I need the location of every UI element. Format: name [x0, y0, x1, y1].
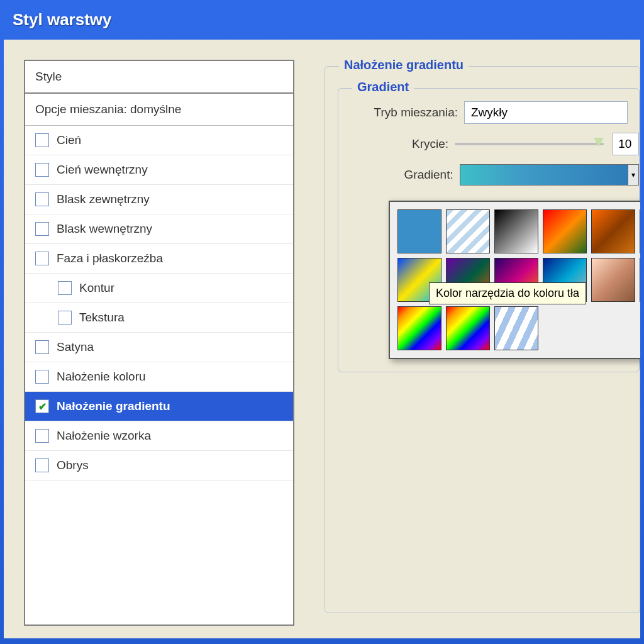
window-title: Styl warstwy	[4, 4, 640, 40]
opacity-slider[interactable]	[455, 136, 604, 152]
effect-bevel[interactable]: Faza i płaskorzeźba	[25, 244, 293, 274]
checkbox-icon[interactable]	[35, 370, 49, 384]
swatch-tooltip: Kolor narzędzia do koloru tła	[429, 282, 586, 304]
layer-style-dialog: Styl warstwy Style Opcje mieszania: domy…	[0, 0, 644, 644]
group-legend: Gradient	[352, 80, 414, 94]
checkbox-icon[interactable]	[35, 458, 49, 472]
gradient-swatch[interactable]	[494, 306, 538, 350]
effect-satin[interactable]: Satyna	[25, 333, 293, 362]
effect-contour[interactable]: Kontur	[25, 274, 293, 303]
blend-mode-select[interactable]: Zwykły	[464, 101, 628, 124]
gradient-swatch[interactable]	[591, 209, 635, 253]
effect-drop-shadow[interactable]: Cień	[25, 126, 293, 155]
checkbox-icon[interactable]	[58, 311, 72, 325]
checkbox-icon[interactable]	[58, 281, 72, 295]
effect-label: Satyna	[57, 340, 94, 354]
checkbox-icon[interactable]	[35, 252, 49, 265]
gradient-swatch[interactable]	[591, 258, 635, 302]
dialog-body: Style Opcje mieszania: domyślne Cień Cie…	[4, 40, 640, 638]
gradient-preview[interactable]	[460, 164, 628, 186]
gradient-overlay-fieldset: Nałożenie gradientu Gradient Tryb miesza…	[325, 66, 640, 613]
fieldset-legend: Nałożenie gradientu	[339, 60, 469, 72]
effect-inner-shadow[interactable]: Cień wewnętrzny	[25, 155, 293, 185]
effect-label: Kontur	[79, 281, 114, 295]
gradient-dropdown-button[interactable]: ▾	[628, 164, 639, 186]
effect-pattern-overlay[interactable]: Nałożenie wzorka	[25, 421, 293, 451]
gradient-swatch[interactable]	[640, 209, 640, 253]
gradient-label: Gradient:	[351, 168, 460, 182]
style-heading[interactable]: Style	[25, 61, 293, 94]
effect-inner-glow[interactable]: Blask wewnętrzny	[25, 214, 293, 244]
gradient-group: Gradient Tryb mieszania: Zwykły Krycie: …	[338, 88, 640, 372]
effect-label: Nałożenie wzorka	[57, 429, 151, 443]
checkbox-icon[interactable]	[35, 222, 49, 236]
effect-outer-glow[interactable]: Blask zewnętrzny	[25, 185, 293, 214]
gradient-swatch[interactable]	[543, 209, 587, 253]
effect-label: Blask wewnętrzny	[57, 222, 152, 236]
checkbox-icon[interactable]	[35, 133, 49, 147]
effect-label: Cień	[57, 133, 81, 147]
checkbox-icon[interactable]	[35, 192, 49, 206]
blend-mode-label: Tryb mieszania:	[351, 106, 464, 119]
effect-label: Nałożenie gradientu	[57, 399, 170, 413]
gradient-swatch[interactable]	[397, 306, 441, 350]
opacity-value[interactable]: 10	[613, 133, 639, 155]
blending-defaults[interactable]: Opcje mieszania: domyślne	[25, 94, 293, 126]
effect-stroke[interactable]: Obrys	[25, 451, 293, 480]
checkbox-icon[interactable]	[35, 163, 49, 177]
effect-label: Blask zewnętrzny	[57, 192, 150, 206]
effect-texture[interactable]: Tekstura	[25, 303, 293, 333]
chevron-down-icon: ▾	[631, 170, 635, 179]
checkbox-icon[interactable]	[35, 340, 49, 354]
checkbox-icon[interactable]	[35, 399, 49, 413]
checkbox-icon[interactable]	[35, 429, 49, 443]
effect-gradient-overlay[interactable]: Nałożenie gradientu	[25, 392, 293, 421]
gradient-presets-popup: Kolor narzędzia do koloru tła	[389, 201, 640, 359]
slider-thumb-icon[interactable]	[594, 138, 604, 147]
opacity-label: Krycie:	[351, 137, 455, 151]
gradient-swatch[interactable]	[640, 258, 640, 302]
gradient-swatch[interactable]	[397, 209, 441, 253]
effect-label: Obrys	[57, 458, 89, 472]
effect-label: Faza i płaskorzeźba	[57, 252, 163, 265]
gradient-swatch[interactable]	[446, 306, 490, 350]
gradient-swatch[interactable]	[494, 209, 538, 253]
effect-color-overlay[interactable]: Nałożenie koloru	[25, 362, 293, 392]
settings-panel: Nałożenie gradientu Gradient Tryb miesza…	[325, 60, 640, 638]
effect-label: Nałożenie koloru	[57, 370, 146, 384]
style-list: Style Opcje mieszania: domyślne Cień Cie…	[24, 60, 294, 626]
effect-label: Cień wewnętrzny	[57, 163, 148, 177]
effect-label: Tekstura	[79, 311, 125, 325]
gradient-swatch[interactable]	[446, 209, 490, 253]
